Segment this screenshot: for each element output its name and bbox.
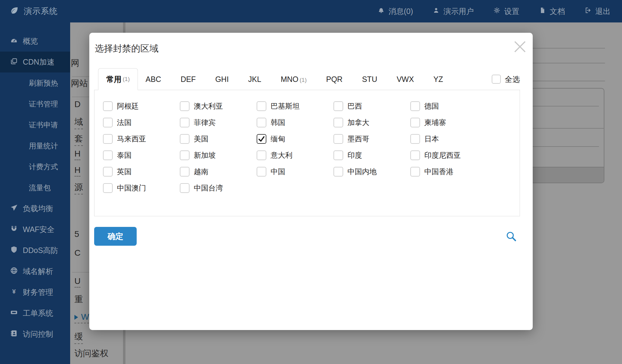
region-checkbox-日本[interactable]: 日本 <box>410 134 487 144</box>
tab-YZ[interactable]: YZ <box>433 75 443 84</box>
checkbox-icon[interactable] <box>103 167 113 177</box>
sidebar-item-label: DDoS高防 <box>23 245 58 255</box>
tab-DEF[interactable]: DEF <box>181 75 196 84</box>
checkbox-icon[interactable] <box>410 150 420 160</box>
region-checkbox-菲律宾[interactable]: 菲律宾 <box>180 118 257 127</box>
checkbox-icon[interactable] <box>103 118 113 127</box>
nav-item-1[interactable]: 演示用户 <box>432 6 474 16</box>
sidebar-item-label: 证书管理 <box>29 99 58 109</box>
checkbox-icon[interactable] <box>257 150 266 160</box>
checkbox-icon[interactable] <box>257 167 266 177</box>
checkbox-icon[interactable] <box>333 101 343 111</box>
select-all-checkbox[interactable]: 全选 <box>492 74 520 84</box>
region-checkbox-印度尼西亚[interactable]: 印度尼西亚 <box>410 150 487 160</box>
region-list-panel: 阿根廷澳大利亚巴基斯坦巴西德国法国菲律宾韩国加拿大柬埔寨马来西亚美国缅甸墨西哥日… <box>94 90 520 216</box>
nav-item-3[interactable]: 文档 <box>539 6 565 16</box>
checkbox-icon[interactable] <box>410 167 420 177</box>
nav-item-2[interactable]: 设置 <box>493 6 519 16</box>
nav-item-4[interactable]: 退出 <box>584 6 610 16</box>
tab-常用[interactable]: 常用(1) <box>98 68 138 90</box>
checkbox-icon[interactable] <box>180 134 190 144</box>
region-checkbox-法国[interactable]: 法国 <box>103 118 180 127</box>
tab-STU[interactable]: STU <box>362 75 377 84</box>
region-checkbox-泰国[interactable]: 泰国 <box>103 150 180 160</box>
region-checkbox-英国[interactable]: 英国 <box>103 167 180 177</box>
tab-ABC[interactable]: ABC <box>145 75 161 84</box>
app-logo[interactable]: 演示系统 <box>0 6 58 17</box>
region-checkbox-意大利[interactable]: 意大利 <box>257 150 333 160</box>
sidebar-item-5[interactable]: 用量统计 <box>0 135 70 156</box>
sidebar-item-7[interactable]: 流量包 <box>0 177 70 198</box>
region-checkbox-缅甸[interactable]: 缅甸 <box>257 134 333 144</box>
sidebar-item-3[interactable]: 证书管理 <box>0 93 70 114</box>
checkbox-icon[interactable] <box>180 167 190 177</box>
bell-icon <box>378 7 385 16</box>
region-checkbox-韩国[interactable]: 韩国 <box>257 118 333 127</box>
checkbox-icon[interactable] <box>103 101 113 111</box>
region-checkbox-美国[interactable]: 美国 <box>180 134 257 144</box>
checkbox-icon[interactable] <box>103 150 113 160</box>
checkbox-icon[interactable] <box>410 118 420 127</box>
region-checkbox-中国[interactable]: 中国 <box>257 167 333 177</box>
tab-GHI[interactable]: GHI <box>215 75 229 84</box>
region-checkbox-马来西亚[interactable]: 马来西亚 <box>103 134 180 144</box>
checkbox-icon[interactable] <box>492 75 501 84</box>
globe-icon <box>10 267 18 276</box>
nav-item-0[interactable]: 消息(0) <box>378 6 413 16</box>
checkbox-icon[interactable] <box>257 118 266 127</box>
region-checkbox-墨西哥[interactable]: 墨西哥 <box>333 134 410 144</box>
search-icon[interactable] <box>505 231 517 243</box>
sidebar-item-4[interactable]: 证书申请 <box>0 114 70 135</box>
sidebar-item-label: 域名解析 <box>23 266 53 276</box>
region-checkbox-加拿大[interactable]: 加拿大 <box>333 118 410 127</box>
region-checkbox-巴西[interactable]: 巴西 <box>333 101 410 111</box>
checkbox-icon[interactable] <box>103 134 113 144</box>
checkbox-icon[interactable] <box>333 118 343 127</box>
sidebar-item-9[interactable]: WAF安全 <box>0 219 70 240</box>
tab-VWX[interactable]: VWX <box>397 75 414 84</box>
confirm-button[interactable]: 确定 <box>94 227 137 246</box>
sidebar-item-10[interactable]: DDoS高防 <box>0 240 70 261</box>
region-checkbox-德国[interactable]: 德国 <box>410 101 487 111</box>
close-icon[interactable] <box>513 39 527 54</box>
sidebar-item-6[interactable]: 计费方式 <box>0 156 70 177</box>
checkbox-icon[interactable] <box>410 101 420 111</box>
region-label: 马来西亚 <box>117 134 146 144</box>
sidebar-item-1[interactable]: CDN加速 <box>0 52 70 72</box>
sidebar-item-14[interactable]: 访问控制 <box>0 324 70 345</box>
region-checkbox-中国香港[interactable]: 中国香港 <box>410 167 487 177</box>
checkbox-icon[interactable] <box>180 183 190 193</box>
checkbox-icon[interactable] <box>333 167 343 177</box>
checkbox-icon[interactable] <box>103 183 113 193</box>
region-checkbox-新加坡[interactable]: 新加坡 <box>180 150 257 160</box>
region-checkbox-中国内地[interactable]: 中国内地 <box>333 167 410 177</box>
checkbox-icon[interactable] <box>333 150 343 160</box>
sidebar-item-2[interactable]: 刷新预热 <box>0 72 70 93</box>
region-checkbox-澳大利亚[interactable]: 澳大利亚 <box>180 101 257 111</box>
checked-checkbox-icon[interactable] <box>257 134 266 144</box>
nav-item-label: 退出 <box>595 6 610 16</box>
region-checkbox-中国澳门[interactable]: 中国澳门 <box>103 183 180 193</box>
document-icon <box>539 7 546 16</box>
checkbox-icon[interactable] <box>333 134 343 144</box>
checkbox-icon[interactable] <box>410 134 420 144</box>
region-checkbox-阿根廷[interactable]: 阿根廷 <box>103 101 180 111</box>
region-checkbox-中国台湾[interactable]: 中国台湾 <box>180 183 257 193</box>
checkbox-icon[interactable] <box>180 118 190 127</box>
checkbox-icon[interactable] <box>257 101 266 111</box>
sidebar-item-11[interactable]: 域名解析 <box>0 261 70 282</box>
tab-PQR[interactable]: PQR <box>326 75 343 84</box>
sidebar-item-13[interactable]: 工单系统 <box>0 303 70 324</box>
tab-JKL[interactable]: JKL <box>248 75 261 84</box>
region-checkbox-印度[interactable]: 印度 <box>333 150 410 160</box>
checkbox-icon[interactable] <box>180 150 190 160</box>
region-label: 新加坡 <box>194 150 216 160</box>
sidebar-item-0[interactable]: 概览 <box>0 31 70 52</box>
checkbox-icon[interactable] <box>180 101 190 111</box>
sidebar-item-8[interactable]: 负载均衡 <box>0 198 70 219</box>
sidebar-item-12[interactable]: ¥财务管理 <box>0 282 70 303</box>
region-checkbox-巴基斯坦[interactable]: 巴基斯坦 <box>257 101 333 111</box>
region-checkbox-柬埔寨[interactable]: 柬埔寨 <box>410 118 487 127</box>
region-checkbox-越南[interactable]: 越南 <box>180 167 257 177</box>
tab-MNO[interactable]: MNO(1) <box>281 75 307 84</box>
